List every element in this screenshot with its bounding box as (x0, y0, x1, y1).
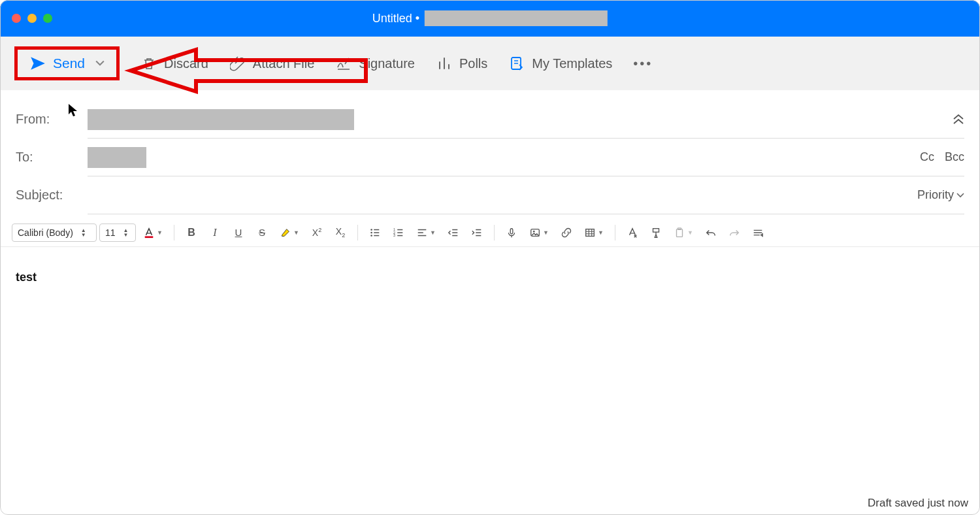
discard-label: Discard (164, 56, 208, 71)
polls-icon (436, 55, 453, 72)
signature-button[interactable]: Signature (335, 55, 415, 72)
insert-picture-button[interactable]: ▼ (525, 224, 553, 242)
send-label: Send (53, 56, 85, 71)
redacted-title-part (425, 10, 608, 26)
separator (174, 225, 174, 241)
window-title-text: Untitled • (372, 12, 419, 25)
undo-button[interactable] (700, 224, 721, 242)
svg-point-4 (370, 231, 372, 233)
svg-point-5 (370, 235, 372, 237)
chevron-down-icon (956, 193, 964, 198)
window-title: Untitled • (372, 10, 608, 26)
underline-button[interactable]: U (228, 224, 249, 242)
paste-button[interactable]: ▼ (669, 224, 698, 242)
draft-status: Draft saved just now (868, 497, 968, 510)
separator (494, 225, 495, 241)
align-button[interactable]: ▼ (412, 224, 440, 242)
templates-icon (508, 55, 525, 72)
numbered-list-button[interactable]: 123 (388, 224, 409, 242)
font-size-selector[interactable]: 11 ▲▼ (99, 224, 136, 242)
title-bar: Untitled • (0, 0, 980, 37)
svg-point-11 (533, 230, 535, 232)
font-color-button[interactable]: ▼ (139, 224, 167, 242)
to-value-redacted[interactable] (88, 147, 146, 168)
insert-table-button[interactable]: ▼ (580, 224, 608, 242)
subject-label: Subject: (16, 188, 81, 203)
from-value-redacted[interactable] (88, 109, 354, 130)
subscript-button[interactable]: X2 (330, 224, 351, 242)
font-family-selector[interactable]: Calibri (Body) ▲▼ (12, 224, 97, 242)
insert-link-button[interactable] (556, 224, 577, 242)
paperclip-icon (229, 55, 246, 72)
collapse-icon[interactable] (953, 114, 964, 125)
signature-label: Signature (359, 56, 415, 71)
body-text: test (16, 271, 37, 284)
from-row: From: (88, 101, 964, 139)
format-painter-button[interactable] (645, 224, 666, 242)
redo-button[interactable] (724, 224, 745, 242)
stepper-icon: ▲▼ (123, 228, 129, 237)
highlight-button[interactable]: ▼ (275, 224, 304, 242)
templates-label: My Templates (532, 56, 612, 71)
window-controls (12, 14, 52, 23)
stepper-icon: ▲▼ (81, 228, 86, 237)
chevron-down-icon[interactable] (95, 60, 105, 67)
svg-point-3 (370, 229, 372, 231)
message-body[interactable]: test (0, 247, 980, 308)
subject-row[interactable]: Subject: Priority (88, 176, 964, 214)
close-window-button[interactable] (12, 14, 21, 23)
superscript-button[interactable]: X2 (306, 224, 327, 242)
priority-label: Priority (917, 188, 954, 202)
outdent-button[interactable] (443, 224, 464, 242)
clear-formatting-button[interactable] (622, 224, 643, 242)
from-label: From: (16, 112, 81, 127)
minimize-window-button[interactable] (27, 14, 37, 23)
send-icon (29, 55, 46, 72)
to-label: To: (16, 150, 81, 165)
more-options-button[interactable]: ••• (633, 56, 653, 71)
discard-button[interactable]: Discard (140, 55, 208, 72)
compose-area: From: To: Cc Bcc Subject: Priority (0, 90, 980, 214)
separator (615, 225, 615, 241)
svg-rect-9 (510, 228, 513, 233)
bcc-button[interactable]: Bcc (945, 150, 964, 164)
dictate-button[interactable] (501, 224, 522, 242)
bold-button[interactable]: B (181, 224, 202, 242)
paragraph-marks-button[interactable] (747, 224, 768, 242)
send-button[interactable]: Send (14, 46, 120, 80)
trash-icon (140, 55, 157, 72)
format-toolbar: Calibri (Body) ▲▼ 11 ▲▼ ▼ B I U S ▼ X2 X… (0, 218, 980, 247)
my-templates-button[interactable]: My Templates (508, 55, 612, 72)
separator (357, 225, 358, 241)
strikethrough-button[interactable]: S (252, 224, 272, 242)
svg-text:3: 3 (393, 233, 395, 237)
font-size-value: 11 (105, 227, 116, 238)
maximize-window-button[interactable] (43, 14, 52, 23)
cc-button[interactable]: Cc (920, 150, 934, 164)
priority-button[interactable]: Priority (917, 188, 964, 202)
svg-rect-2 (145, 236, 154, 238)
svg-rect-14 (677, 229, 683, 237)
attach-file-button[interactable]: Attach File (229, 55, 314, 72)
polls-button[interactable]: Polls (436, 55, 487, 72)
signature-icon (335, 55, 352, 72)
bullet-list-button[interactable] (365, 224, 385, 242)
polls-label: Polls (459, 56, 487, 71)
svg-rect-13 (653, 228, 659, 231)
indent-button[interactable] (466, 224, 487, 242)
italic-button[interactable]: I (204, 224, 225, 242)
svg-rect-12 (586, 229, 595, 236)
font-family-value: Calibri (Body) (18, 227, 73, 238)
attach-label: Attach File (253, 56, 314, 71)
main-toolbar: Send Discard Attach File Signature Polls… (0, 37, 980, 90)
to-row: To: Cc Bcc (88, 139, 964, 176)
